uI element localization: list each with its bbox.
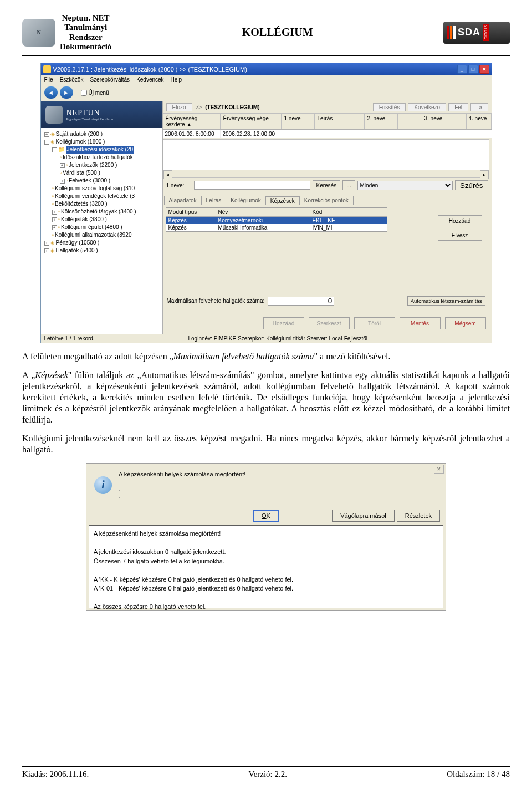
menu-tools[interactable]: Eszközök — [60, 77, 84, 83]
minimize-button[interactable]: _ — [457, 65, 467, 74]
search-button[interactable]: Keresés — [313, 180, 341, 190]
horizontal-scrollbar[interactable] — [163, 170, 489, 177]
tree-item[interactable]: −◈ Kollégiumok (1800 ) — [42, 138, 161, 146]
tree-item[interactable]: ▫ Várólista (500 ) — [42, 169, 161, 177]
pin-button[interactable]: -ø — [470, 103, 488, 111]
filter-row: 1.neve: Keresés ... Minden Szűrés — [163, 178, 492, 192]
filter-input[interactable] — [194, 181, 310, 190]
prev-button[interactable]: Elözö — [166, 103, 192, 111]
mini-col-header[interactable]: Kód — [310, 208, 382, 216]
col-header[interactable]: 4. neve — [466, 114, 492, 129]
status-records: Letöltve 1 / 1 rekord. — [44, 335, 188, 342]
tab-kepzesek[interactable]: Képzések — [265, 196, 300, 205]
status-login: Loginnév: PIMPIKE Szerepkor: Kollégiumi … — [188, 335, 488, 342]
info-dialog: ✕ i A képzésenkénti helyek számolása meg… — [86, 463, 446, 611]
col-header[interactable]: Érvényesség kezdete ▲ — [163, 114, 221, 129]
nav-back-button[interactable]: ◄ — [44, 86, 58, 99]
tree-item[interactable]: +▫ Kollégisták (3800 ) — [42, 216, 161, 223]
details-button[interactable]: Részletek — [397, 510, 440, 522]
tree-item[interactable]: ▫ Időszakhoz tartozó hallgatók — [42, 154, 161, 161]
doc-header: N Neptun. NET Tanulmányi Rendszer Dokume… — [22, 13, 510, 56]
col-header[interactable]: Érvényesség vége — [221, 114, 282, 129]
nav-forward-button[interactable]: ► — [60, 86, 73, 99]
col-header[interactable]: 3. neve — [422, 114, 466, 129]
page-icon: ▫ — [58, 223, 60, 231]
diamond-icon: ◈ — [50, 130, 55, 138]
tree-item[interactable]: +▫ Kollégiumi épület (4800 ) — [42, 223, 161, 231]
filter-select[interactable]: Minden — [357, 181, 453, 190]
ok-button[interactable]: OK — [253, 510, 279, 522]
tree-item[interactable]: ▫ Beköltöztetés (3200 ) — [42, 200, 161, 208]
app-screenshot: V2006.2.17.1 : Jelentkezési időszakok (2… — [40, 63, 492, 343]
menu-roles[interactable]: Szerepkörváltás — [90, 77, 130, 83]
cell: 2006.02.28. 12:00:00 — [221, 130, 282, 138]
tabs: Alapadatok Leírás Kollégiumok Képzések K… — [163, 196, 489, 205]
footer-oldal: Oldalszám: 18 / 48 — [447, 770, 510, 779]
diamond-icon: ◈ — [50, 247, 55, 254]
sda-logo-icon: SDA STUDIO — [443, 22, 510, 44]
tab-korrekcios[interactable]: Korrekciós pontok — [299, 196, 354, 205]
page-icon: ▫ — [58, 208, 60, 216]
doc-footer: Kiadás: 2006.11.16. Verzió: 2.2. Oldalsz… — [22, 766, 510, 779]
tab-alapadatok[interactable]: Alapadatok — [164, 196, 202, 205]
table-row[interactable]: Képzés Környezetmérnöki EKIT_KE — [166, 217, 387, 224]
table-row[interactable]: Képzés Műszaki Informatika IVIN_MI — [166, 224, 387, 231]
torol-button[interactable]: Töröl — [354, 317, 395, 329]
tab-leiras[interactable]: Leírás — [201, 196, 227, 205]
tree-item[interactable]: +◈ Pénzügy (10500 ) — [42, 239, 161, 247]
col-header[interactable]: 2. neve — [365, 114, 398, 129]
doc-title-line: Neptun. NET — [60, 13, 111, 23]
titlebar: V2006.2.17.1 : Jelentkezési időszakok (2… — [41, 63, 492, 75]
menu-favorites[interactable]: Kedvencek — [136, 77, 163, 83]
tree-item[interactable]: ▫ Kollégiumi alkalmazottak (3920 — [42, 231, 161, 239]
copy-button[interactable]: Vágólapra másol — [332, 510, 395, 522]
tree-item[interactable]: +◈ Hallgatók (5400 ) — [42, 247, 161, 254]
megsem-button[interactable]: Mégsem — [445, 317, 486, 329]
tree-item[interactable]: ▫ Kollégiumi vendégek felvétele (3 — [42, 192, 161, 200]
maximize-button[interactable]: □ — [468, 65, 478, 74]
breadcrumb-row: Elözö >> (TESZTKOLLEGIUM) Frissítés Köve… — [163, 101, 492, 114]
body-text: A felületen megadható az adott képzésen … — [22, 351, 510, 455]
neptun-small-icon — [45, 106, 63, 124]
menu-help[interactable]: Help — [171, 77, 182, 83]
mini-col-header[interactable]: Név — [216, 208, 310, 216]
page-icon: ▫ — [52, 231, 54, 239]
filter-button[interactable]: Szűrés — [455, 180, 488, 190]
sort-asc-icon: ▲ — [186, 121, 192, 128]
tree-item[interactable]: +▫ Felvettek (3000 ) — [42, 177, 161, 185]
dialog-close-button[interactable]: ✕ — [434, 465, 444, 474]
menubar: File Eszközök Szerepkörváltás Kedvencek … — [41, 75, 492, 84]
info-icon: i — [94, 476, 112, 494]
szerkeszt-button[interactable]: Szerkeszt — [309, 317, 350, 329]
breadcrumb-arrow-icon: >> — [196, 104, 202, 110]
max-input[interactable] — [268, 297, 334, 306]
remove-button[interactable]: Elvesz — [438, 230, 482, 241]
up-button[interactable]: Fel — [448, 103, 468, 111]
tree-item[interactable]: +▫ Kölcsönözhetö tárgyak (3400 ) — [42, 208, 161, 216]
tree-item[interactable]: ▫ Kollégiumi szoba foglaltság (310 — [42, 185, 161, 192]
doc-title-line: Tanulmányi — [60, 23, 111, 32]
doc-title-line: Rendszer — [60, 33, 111, 42]
tree-item[interactable]: +◈ Saját adatok (200 ) — [42, 130, 161, 138]
auto-count-button[interactable]: Automatikus létszám-számítás — [407, 296, 485, 306]
next-button[interactable]: Következö — [408, 103, 446, 111]
close-button[interactable]: ✕ — [479, 65, 489, 74]
doc-center-title: KOLLÉGIUM — [242, 26, 313, 39]
hozzaad-button[interactable]: Hozzáad — [263, 317, 304, 329]
neptun-logo-icon: N — [22, 19, 55, 47]
add-button[interactable]: Hozzáad — [438, 215, 482, 226]
menu-file[interactable]: File — [44, 77, 53, 83]
mentes-button[interactable]: Mentés — [400, 317, 441, 329]
browse-button[interactable]: ... — [342, 180, 355, 190]
refresh-button[interactable]: Frissítés — [373, 103, 406, 111]
dialog-details-text: A képzésenkénti helyek számolása megtört… — [89, 525, 443, 608]
kepzesek-table: Modul típus Név Kód Képzés Környezetmérn… — [166, 207, 387, 232]
col-header[interactable]: 1.neve — [282, 114, 315, 129]
uj-menu-checkbox[interactable]: Új menü — [81, 90, 109, 96]
cell: 2006.01.02. 8:00:00 — [163, 130, 221, 138]
tab-kollegiumok[interactable]: Kollégiumok — [226, 196, 265, 205]
tree-item[interactable]: +▫ Jelentkezők (2200 ) — [42, 161, 161, 169]
tree-item-selected[interactable]: −📁 Jelentkezési időszakok (20 — [42, 146, 161, 154]
col-header[interactable]: Leírás — [315, 114, 365, 129]
mini-col-header[interactable]: Modul típus — [166, 208, 216, 216]
